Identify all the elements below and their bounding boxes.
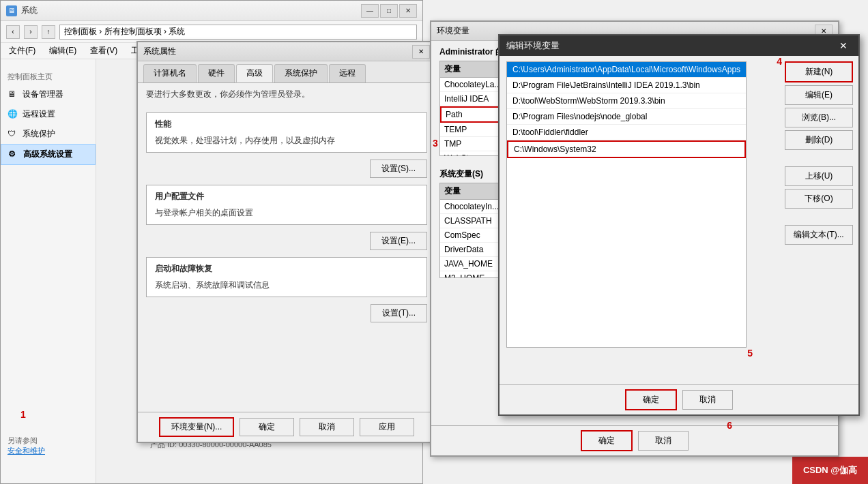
editenv-path-5[interactable]: C:\Windows\System32 <box>507 140 746 158</box>
editenv-edittext-btn[interactable]: 编辑文本(T)... <box>785 225 853 245</box>
userprofile-title: 用户配置文件 <box>155 191 418 202</box>
startup-btn-row: 设置(T)... <box>146 304 427 322</box>
system-title: 系统 <box>21 5 38 16</box>
tab-sysprotect[interactable]: 系统保护 <box>274 64 328 82</box>
menu-view[interactable]: 查看(V) <box>87 44 120 58</box>
editenv-title: 编辑环境变量 <box>506 40 560 52</box>
sidebar-header: 控制面板主页 <box>1 66 96 85</box>
envvar-footer: 确定 取消 <box>431 425 838 455</box>
section-userprofile: 用户配置文件 与登录帐户相关的桌面设置 <box>146 185 427 225</box>
sysprop-controls: ✕ <box>412 45 430 59</box>
close-btn[interactable]: ✕ <box>399 4 417 18</box>
up-btn[interactable]: ↑ <box>42 25 55 39</box>
maximize-btn[interactable]: □ <box>380 4 398 18</box>
editenv-list: C:\Users\Administrator\AppData\Local\Mic… <box>506 61 747 348</box>
win-controls: — □ ✕ <box>361 4 417 18</box>
sidebar-item-remote[interactable]: 🌐 远程设置 <box>1 104 96 124</box>
perf-btn-row: 设置(S)... <box>146 160 427 178</box>
editenv-delete-btn[interactable]: 删除(D) <box>785 130 853 150</box>
sidebar-footer-label2[interactable]: 安全和维护 <box>8 446 45 456</box>
editenv-path-1[interactable]: D:\Program File\JetBrains\IntelliJ IDEA … <box>507 78 746 93</box>
envvar-cancel-btn[interactable]: 取消 <box>638 431 689 451</box>
editenv-close-btn[interactable]: ✕ <box>835 39 852 52</box>
sidebar-item-device[interactable]: 🖥 设备管理器 <box>1 85 96 104</box>
tab-computer[interactable]: 计算机名 <box>143 64 197 82</box>
editenv-down-btn[interactable]: 下移(O) <box>785 189 853 209</box>
env-vars-btn[interactable]: 环境变量(N)... <box>159 417 235 437</box>
advanced-icon: ⚙ <box>8 149 19 160</box>
remote-icon: 🌐 <box>8 109 18 120</box>
breadcrumb[interactable]: 控制面板 › 所有控制面板项 › 系统 <box>59 25 417 40</box>
annotation-3: 3 <box>433 138 438 149</box>
userprofile-settings-btn[interactable]: 设置(E)... <box>370 232 427 250</box>
device-icon: 🖥 <box>8 89 18 100</box>
sidebar-footer: 另请参阅 安全和维护 <box>8 436 45 456</box>
envvar-ok-btn[interactable]: 确定 <box>581 430 633 451</box>
startup-title: 启动和故障恢复 <box>155 263 418 275</box>
sidebar-item-protection[interactable]: 🛡 系统保护 <box>1 124 96 144</box>
tab-remote[interactable]: 远程 <box>329 64 366 82</box>
sysprop-window: 系统属性 ✕ 计算机名 硬件 高级 系统保护 远程 要进行大多数更改，你必须作为… <box>136 41 437 443</box>
editenv-ok-btn[interactable]: 确定 <box>625 389 677 410</box>
protection-icon: 🛡 <box>8 129 18 140</box>
annotation-1: 1 <box>20 409 26 420</box>
sidebar-label-remote: 远程设置 <box>23 108 55 120</box>
menu-file[interactable]: 文件(F) <box>6 44 38 58</box>
startup-text: 系统启动、系统故障和调试信息 <box>155 279 418 291</box>
editenv-new-btn[interactable]: 新建(N) <box>785 61 853 82</box>
annotation-4: 4 <box>777 56 782 67</box>
sysprop-apply-btn[interactable]: 应用 <box>360 418 414 436</box>
editenv-content: C:\Users\Administrator\AppData\Local\Mic… <box>500 56 858 384</box>
csdn-bar: CSDN @伽高 <box>792 457 868 484</box>
system-titlebar: 🖥 系统 — □ ✕ <box>1 1 422 21</box>
editenv-titlebar: 编辑环境变量 ✕ <box>500 35 858 56</box>
editenv-up-btn[interactable]: 上移(U) <box>785 166 853 186</box>
sidebar: 控制面板主页 🖥 设备管理器 🌐 远程设置 🛡 系统保护 ⚙ 高级系统设置 <box>1 59 96 483</box>
editenv-path-4[interactable]: D:\tool\Fiddler\fiddler <box>507 125 746 140</box>
sidebar-label-advanced: 高级系统设置 <box>23 149 72 160</box>
startup-settings-btn[interactable]: 设置(T)... <box>371 304 427 322</box>
envvar-title: 环境变量 <box>437 25 469 37</box>
editenv-path-2[interactable]: D:\tool\WebStorm\WebStorm 2019.3.3\bin <box>507 93 746 109</box>
breadcrumb-text: 控制面板 › 所有控制面板项 › 系统 <box>64 26 185 37</box>
tabs: 计算机名 硬件 高级 系统保护 远程 <box>138 61 435 83</box>
sysprop-titlebar: 系统属性 ✕ <box>138 42 435 61</box>
sysprop-cancel-btn[interactable]: 取消 <box>300 418 354 436</box>
minimize-btn[interactable]: — <box>361 4 379 18</box>
editenv-cancel-btn[interactable]: 取消 <box>682 390 733 410</box>
menu-edit[interactable]: 编辑(E) <box>46 44 79 58</box>
sidebar-label-protection: 系统保护 <box>23 128 55 140</box>
editenv-path-3[interactable]: D:\Program Files\nodejs\node_global <box>507 109 746 125</box>
editenv-footer: 确定 取消 <box>500 384 858 414</box>
annotation-5: 5 <box>747 348 753 359</box>
sysprop-footer: 环境变量(N)... 确定 取消 应用 <box>138 412 435 442</box>
editenv-path-0[interactable]: C:\Users\Administrator\AppData\Local\Mic… <box>507 62 746 78</box>
sidebar-footer-label1: 另请参阅 <box>8 436 45 446</box>
back-btn[interactable]: ‹ <box>6 25 20 39</box>
address-bar: ‹ › ↑ 控制面板 › 所有控制面板项 › 系统 <box>1 21 422 43</box>
annotation-6: 6 <box>727 420 732 431</box>
sysprop-notice: 要进行大多数更改，你必须作为管理员登录。 <box>138 83 435 106</box>
editenv-browse-btn[interactable]: 浏览(B)... <box>785 108 853 127</box>
csdn-label: CSDN @伽高 <box>803 464 857 477</box>
userprofile-btn-row: 设置(E)... <box>146 232 427 250</box>
perf-text: 视觉效果，处理器计划，内存使用，以及虚拟内存 <box>155 134 418 147</box>
userprofile-text: 与登录帐户相关的桌面设置 <box>155 207 418 219</box>
perf-settings-btn[interactable]: 设置(S)... <box>370 160 427 178</box>
editenv-edit-btn[interactable]: 编辑(E) <box>785 85 853 105</box>
editenv-window: 编辑环境变量 ✕ C:\Users\Administrator\AppData\… <box>498 34 860 416</box>
editenv-buttons: 新建(N) 编辑(E) 浏览(B)... 删除(D) 上移(U) 下移(O) 编… <box>785 61 853 245</box>
perf-title: 性能 <box>155 119 418 130</box>
tab-advanced[interactable]: 高级 <box>236 64 273 82</box>
sidebar-item-advanced[interactable]: ⚙ 高级系统设置 <box>1 144 96 165</box>
sysprop-ok-btn[interactable]: 确定 <box>240 418 294 436</box>
sysprop-title: 系统属性 <box>143 46 176 57</box>
forward-btn[interactable]: › <box>24 25 38 39</box>
sysprop-close[interactable]: ✕ <box>412 45 430 59</box>
section-performance: 性能 视觉效果，处理器计划，内存使用，以及虚拟内存 <box>146 112 427 153</box>
tab-hardware[interactable]: 硬件 <box>198 64 235 82</box>
section-startup: 启动和故障恢复 系统启动、系统故障和调试信息 <box>146 257 427 297</box>
sidebar-label-device: 设备管理器 <box>23 89 63 100</box>
system-icon: 🖥 <box>6 5 17 16</box>
